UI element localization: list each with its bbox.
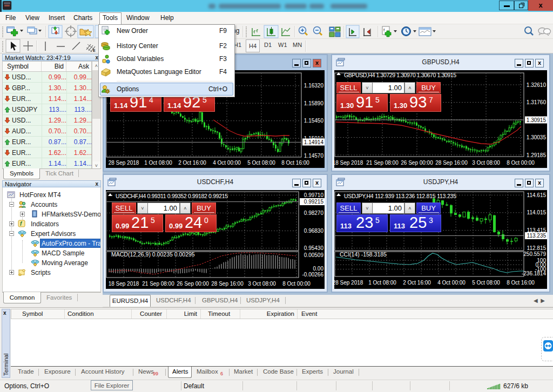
svg-text:1.31760: 1.31760 [527, 99, 547, 105]
svg-text:114.615: 114.615 [527, 192, 547, 198]
svg-text:0.99710: 0.99710 [304, 192, 324, 198]
svg-text:113.235: 113.235 [527, 233, 547, 239]
svg-text:28 Sep 2018: 28 Sep 2018 [333, 280, 363, 286]
svg-text:1.30035: 1.30035 [527, 134, 547, 140]
svg-text:1.30915: 1.30915 [527, 117, 547, 123]
svg-text:4 Oct 00:00: 4 Oct 00:00 [213, 160, 241, 166]
svg-text:-0.00266: -0.00266 [302, 272, 324, 278]
svg-text:28 Sep 16:00: 28 Sep 16:00 [435, 160, 468, 166]
svg-text:28 Sep 2018: 28 Sep 2018 [109, 160, 139, 166]
svg-text:28 Sep 16:00: 28 Sep 16:00 [211, 281, 244, 287]
svg-text:18 Sep 2018: 18 Sep 2018 [109, 281, 139, 287]
svg-text:112.815: 112.815 [527, 245, 547, 251]
svg-text:3 Oct 08:00: 3 Oct 08:00 [472, 160, 500, 166]
svg-text:0.00: 0.00 [313, 266, 324, 272]
svg-text:26 Sep 00:00: 26 Sep 00:00 [177, 281, 209, 287]
svg-text:0.95430: 0.95430 [304, 245, 324, 251]
svg-text:CCI(14) -158.3185: CCI(14) -158.3185 [340, 251, 387, 258]
svg-text:0.99215: 0.99215 [304, 199, 324, 205]
svg-text:18 Sep 2018: 18 Sep 2018 [333, 160, 363, 166]
svg-text:1.29185: 1.29185 [527, 152, 547, 158]
svg-text:1.15890: 1.15890 [304, 100, 324, 106]
svg-text:1.16320: 1.16320 [304, 83, 324, 89]
svg-text:5 Oct 08:00: 5 Oct 08:00 [472, 280, 500, 286]
svg-text:21 Sep 08:00: 21 Sep 08:00 [142, 281, 174, 287]
svg-text:4 Oct 00:00: 4 Oct 00:00 [437, 280, 466, 286]
svg-text:8 Oct 16:00: 8 Oct 16:00 [507, 280, 535, 286]
svg-text:2 Oct 16:00: 2 Oct 16:00 [178, 160, 206, 166]
svg-text:1 Oct 08:00: 1 Oct 08:00 [144, 160, 172, 166]
svg-text:MACD(12,26,9) 0.00235 0.00295: MACD(12,26,9) 0.00235 0.00295 [111, 251, 195, 258]
svg-text:114.015: 114.015 [527, 209, 547, 215]
svg-text:1 Oct 08:00: 1 Oct 08:00 [368, 280, 396, 286]
svg-text:26 Sep 00:00: 26 Sep 00:00 [401, 160, 433, 166]
svg-text:8 Oct 00:00: 8 Oct 00:00 [282, 281, 311, 287]
svg-text:3 Oct 08:00: 3 Oct 08:00 [248, 281, 276, 287]
svg-text:5 Oct 08:00: 5 Oct 08:00 [247, 160, 275, 166]
svg-text:E: E [93, 49, 96, 52]
svg-text:USDJPY,H4 112.939 113.236 112: USDJPY,H4 112.939 113.236 112.815 113.23… [344, 193, 456, 199]
svg-text:8 Oct 00:00: 8 Oct 00:00 [507, 160, 535, 166]
svg-text:0.96830: 0.96830 [304, 228, 324, 234]
svg-text:1.32610: 1.32610 [527, 82, 547, 88]
svg-text:1.15450: 1.15450 [304, 118, 324, 124]
svg-text:GBPUSD,H4 1.30729 1.30970 1.3: GBPUSD,H4 1.30729 1.30970 1.30670 1.3091… [344, 72, 456, 78]
svg-text:USDCHF,H4 0.99311 0.99352 0.9: USDCHF,H4 0.99311 0.99352 0.99182 0.9921… [116, 193, 228, 199]
svg-text:2 Oct 16:00: 2 Oct 16:00 [403, 280, 431, 286]
svg-text:21 Sep 08:00: 21 Sep 08:00 [366, 160, 399, 166]
svg-text:-236.1814: -236.1814 [522, 271, 546, 276]
svg-text:1.14914: 1.14914 [304, 139, 324, 145]
svg-text:0.00509: 0.00509 [304, 252, 324, 258]
svg-text:0.98270: 0.98270 [304, 210, 324, 216]
svg-text:Terminal: Terminal [3, 353, 9, 376]
svg-text:1.14570: 1.14570 [304, 153, 324, 159]
svg-text:8 Oct 16:00: 8 Oct 16:00 [281, 160, 309, 166]
svg-text:250.5579: 250.5579 [523, 251, 546, 257]
